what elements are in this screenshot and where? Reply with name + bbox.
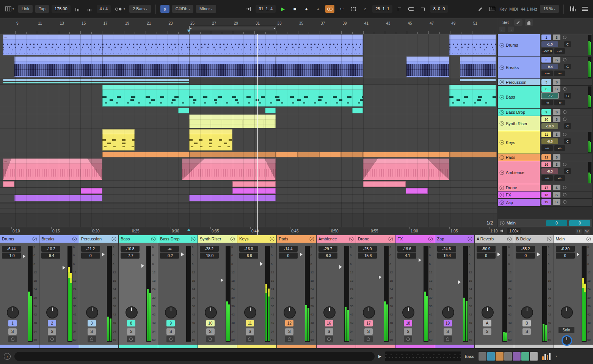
mixer-strip-main[interactable]: Main-0.300Solo606121824303642485460 xyxy=(554,235,593,348)
solo-button[interactable]: S xyxy=(246,328,254,335)
solo-button[interactable]: S xyxy=(285,328,293,335)
clip-pads[interactable] xyxy=(319,152,341,157)
track-number-button[interactable]: 10 xyxy=(541,116,551,122)
key-scale-select[interactable]: Minor▾ xyxy=(196,5,216,13)
nav-forward-button[interactable]: → xyxy=(508,27,514,32)
peak-level-value[interactable]: -6.44 xyxy=(2,246,21,252)
volume-fader-handle[interactable] xyxy=(339,265,344,269)
arm-button[interactable] xyxy=(48,336,56,342)
cue-volume-knob[interactable] xyxy=(562,335,572,346)
solo-button[interactable]: S xyxy=(444,328,452,335)
main-track-header[interactable]: Main 0 0 xyxy=(498,219,592,227)
solo-button[interactable]: S xyxy=(553,192,560,198)
fade-out-triangle[interactable] xyxy=(87,158,102,180)
track-number-button[interactable]: 8 xyxy=(541,86,551,92)
mixer-strip-keys[interactable]: Keys-16.0-6.611S606121824303642485460 xyxy=(237,235,276,348)
mixer-strip-pads[interactable]: Pads-14.4012S606121824303642485460 xyxy=(277,235,316,348)
mixer-strip-header[interactable]: Keys xyxy=(237,235,276,243)
clip-bassdrop[interactable] xyxy=(178,108,189,113)
track-number-button[interactable]: 18 xyxy=(541,192,551,198)
fade-in-triangle[interactable] xyxy=(3,158,11,180)
track-number-button[interactable]: 8 xyxy=(127,320,135,326)
pan-knob[interactable] xyxy=(402,306,414,318)
track-header-breaks[interactable]: Breaks2S-9.4C•-∞-∞ xyxy=(498,56,592,79)
pan-knob[interactable] xyxy=(86,306,98,318)
track-header-drums[interactable]: Drums1S-1.0C•-52.8•-∞ xyxy=(498,34,592,56)
clip-ambience[interactable]: ... xyxy=(3,158,102,180)
volume-value-box[interactable]: -18.0 xyxy=(541,123,558,129)
arm-button[interactable] xyxy=(562,35,568,40)
fade-out-triangle[interactable] xyxy=(427,158,449,180)
send-b-value-box[interactable]: -∞ xyxy=(554,175,565,181)
solo-button[interactable]: S xyxy=(553,109,560,115)
track-number-button[interactable]: 3 xyxy=(88,320,96,326)
chevron-circle-icon[interactable] xyxy=(507,237,512,242)
volume-fader-handle[interactable] xyxy=(181,253,186,256)
arm-button[interactable] xyxy=(444,336,452,342)
arm-button[interactable] xyxy=(325,336,333,342)
re-enable-automation-button[interactable]: ↩ xyxy=(337,5,346,13)
pan-knob[interactable] xyxy=(521,306,533,318)
unfold-icon[interactable] xyxy=(499,95,504,100)
volume-value-box[interactable]: -6.6 xyxy=(541,138,558,144)
clip-breaks[interactable] xyxy=(406,56,449,77)
volume-fader-handle[interactable] xyxy=(577,253,581,256)
volume-fader-handle[interactable] xyxy=(300,253,304,256)
track-header-pads[interactable]: Pads12S xyxy=(498,154,592,161)
key-root-select[interactable]: C#/Db▾ xyxy=(172,5,193,13)
track-header-zap[interactable]: Zap19S xyxy=(498,199,592,207)
clip-breaks[interactable] xyxy=(276,56,363,77)
solo-button[interactable]: S xyxy=(553,86,560,92)
track-number-button[interactable]: 2 xyxy=(48,320,56,326)
volume-value[interactable]: -6.6 xyxy=(239,253,258,259)
solo-button[interactable]: S xyxy=(483,328,491,335)
info-icon[interactable]: i xyxy=(4,353,11,360)
clip-pads[interactable] xyxy=(276,152,298,157)
mixer-strip-header[interactable]: Zap xyxy=(435,235,474,243)
chevron-circle-icon[interactable] xyxy=(230,237,235,242)
send-a-value-box[interactable]: -∞ xyxy=(541,145,553,151)
volume-value[interactable]: -15.6 xyxy=(358,253,377,259)
peak-level-value[interactable]: -55.2 xyxy=(516,246,535,252)
solo-button[interactable]: S xyxy=(553,199,560,205)
track-number-button[interactable]: 19 xyxy=(541,199,551,205)
volume-value[interactable]: -1.0 xyxy=(2,253,21,259)
lane-breaks[interactable] xyxy=(0,56,497,78)
clip-keys[interactable] xyxy=(102,129,135,151)
volume-value-box[interactable]: -9.4 xyxy=(541,64,558,69)
chevron-down-icon[interactable]: ▾ xyxy=(555,355,557,358)
track-number-button[interactable]: 12 xyxy=(285,320,293,326)
device-thumbnail[interactable] xyxy=(496,352,504,361)
lane-fx[interactable] xyxy=(0,188,497,195)
arm-button[interactable] xyxy=(364,336,373,342)
midi-map-label[interactable]: MIDI xyxy=(509,7,518,11)
arm-button[interactable] xyxy=(562,132,568,137)
volume-value[interactable]: -7.7 xyxy=(121,253,140,259)
track-number-button[interactable]: B xyxy=(522,320,531,326)
mixer-sections-icon[interactable] xyxy=(568,5,577,13)
clip-ambience[interactable] xyxy=(182,158,276,180)
add-locator-button[interactable]: + xyxy=(314,5,323,13)
lane-return[interactable] xyxy=(0,209,497,213)
lane-percussion[interactable] xyxy=(0,78,497,85)
track-number-button[interactable]: 1 xyxy=(541,35,551,40)
stop-button[interactable]: ■ xyxy=(290,5,299,13)
track-header-bass[interactable]: Bass8S-7.7C-∞-∞ xyxy=(498,86,592,109)
pan-value-box[interactable]: C xyxy=(564,123,571,129)
device-thumbnail[interactable] xyxy=(513,352,521,361)
arm-button[interactable] xyxy=(404,336,412,342)
peak-level-value[interactable]: -10.2 xyxy=(41,246,60,252)
menu-icon[interactable] xyxy=(580,5,589,13)
loop-start-display[interactable]: 25. 1. 1 xyxy=(372,5,392,13)
mixer-strip-header[interactable]: Pads xyxy=(277,235,316,243)
device-thumbnail[interactable] xyxy=(530,352,538,361)
device-chain-overview[interactable] xyxy=(478,351,538,361)
arm-button[interactable] xyxy=(285,336,293,342)
lane-drone[interactable] xyxy=(0,181,497,188)
tap-tempo-button[interactable]: Tap xyxy=(35,5,49,13)
track-name-cell[interactable]: Drums xyxy=(498,34,540,56)
track-name-cell[interactable]: Zap xyxy=(498,199,540,206)
mixer-strip-header[interactable]: FX xyxy=(395,235,435,243)
solo-button[interactable]: S xyxy=(522,328,531,335)
group-icon[interactable] xyxy=(499,80,504,85)
